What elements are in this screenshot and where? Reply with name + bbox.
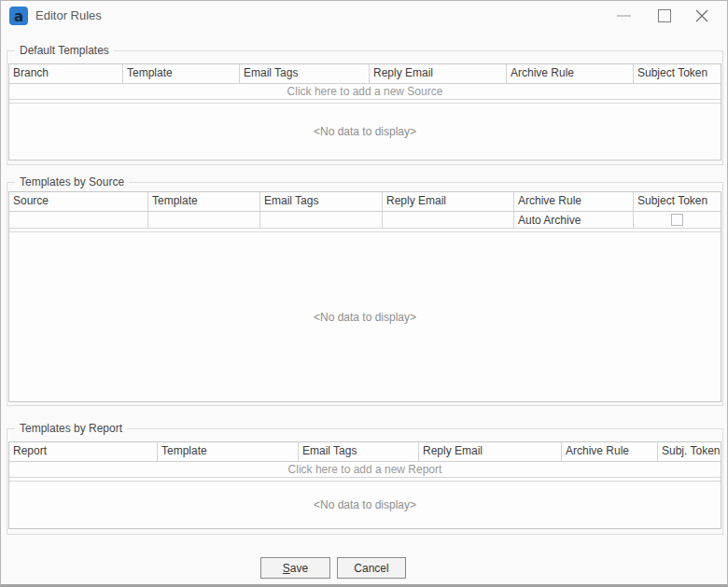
window-title: Editor Rules [35, 1, 102, 31]
subject-token-cell [634, 212, 721, 228]
reply-email-cell[interactable] [383, 212, 514, 228]
column-header-archive-rule[interactable]: Archive Rule [514, 192, 634, 211]
column-header-source[interactable]: Source [9, 192, 148, 211]
templates-by-source-empty-area: <No data to display> [9, 232, 721, 401]
add-new-source-row[interactable]: Click here to add a new Source [9, 84, 721, 100]
group-default-templates: Default Templates Branch Template Email … [7, 50, 723, 165]
templates-by-report-empty-area: <No data to display> [9, 482, 721, 528]
subject-token-checkbox[interactable] [671, 214, 683, 226]
archive-rule-cell[interactable]: Auto Archive [514, 212, 634, 228]
column-header-archive-rule[interactable]: Archive Rule [507, 64, 634, 83]
source-cell[interactable] [9, 212, 148, 228]
templates-by-source-grid: Source Template Email Tags Reply Email A… [8, 191, 721, 402]
close-button[interactable] [686, 1, 718, 30]
column-header-subject-token[interactable]: Subject Token [634, 64, 721, 83]
templates-by-source-header-row: Source Template Email Tags Reply Email A… [9, 192, 721, 212]
no-data-message: <No data to display> [314, 498, 416, 511]
column-header-reply-email[interactable]: Reply Email [383, 192, 514, 211]
add-new-source-label: Click here to add a new Source [287, 85, 443, 98]
group-default-templates-title: Default Templates [15, 44, 114, 57]
no-data-message: <No data to display> [314, 125, 416, 138]
maximize-button[interactable] [649, 1, 680, 30]
column-header-email-tags[interactable]: Email Tags [260, 192, 383, 211]
column-header-subject-token[interactable]: Subject Token [634, 192, 721, 211]
templates-by-report-header-row: Report Template Email Tags Reply Email A… [9, 442, 721, 462]
no-data-message: <No data to display> [314, 311, 416, 324]
save-button[interactable]: Save [260, 557, 330, 579]
default-templates-grid: Branch Template Email Tags Reply Email A… [8, 63, 721, 161]
app-logo-icon: a [9, 7, 28, 25]
svg-text:a: a [14, 8, 23, 25]
template-cell[interactable] [148, 212, 260, 228]
column-header-email-tags[interactable]: Email Tags [240, 64, 370, 83]
column-header-reply-email[interactable]: Reply Email [419, 442, 562, 461]
titlebar: a Editor Rules [1, 1, 727, 31]
group-templates-by-source: Templates by Source Source Template Emai… [7, 182, 723, 406]
cancel-button[interactable]: Cancel [337, 557, 406, 579]
new-source-entry-row: Auto Archive [9, 212, 721, 229]
column-header-report[interactable]: Report [9, 442, 158, 461]
column-header-branch[interactable]: Branch [9, 64, 123, 83]
column-header-template[interactable]: Template [123, 64, 240, 83]
editor-rules-window: a Editor Rules Default Templates Branch … [0, 0, 728, 587]
column-header-template[interactable]: Template [148, 192, 260, 211]
column-header-template[interactable]: Template [158, 442, 299, 461]
default-templates-empty-area: <No data to display> [9, 104, 721, 160]
group-templates-by-report-title: Templates by Report [15, 422, 127, 435]
add-new-report-row[interactable]: Click here to add a new Report [9, 462, 721, 478]
group-templates-by-report: Templates by Report Report Template Emai… [7, 428, 723, 535]
maximize-icon [658, 9, 671, 22]
column-header-archive-rule[interactable]: Archive Rule [562, 442, 658, 461]
group-templates-by-source-title: Templates by Source [15, 175, 129, 189]
save-button-label: Save [283, 562, 308, 575]
minimize-button[interactable] [608, 1, 639, 30]
column-header-email-tags[interactable]: Email Tags [299, 442, 419, 461]
cancel-button-label: Cancel [354, 562, 388, 575]
minimize-icon [617, 15, 631, 17]
close-icon [695, 9, 708, 22]
templates-by-report-grid: Report Template Email Tags Reply Email A… [8, 441, 721, 529]
email-tags-cell[interactable] [260, 212, 383, 228]
column-header-subj-token[interactable]: Subj. Token [658, 442, 721, 461]
add-new-report-label: Click here to add a new Report [288, 463, 442, 476]
default-templates-header-row: Branch Template Email Tags Reply Email A… [9, 64, 721, 84]
column-header-reply-email[interactable]: Reply Email [370, 64, 507, 83]
